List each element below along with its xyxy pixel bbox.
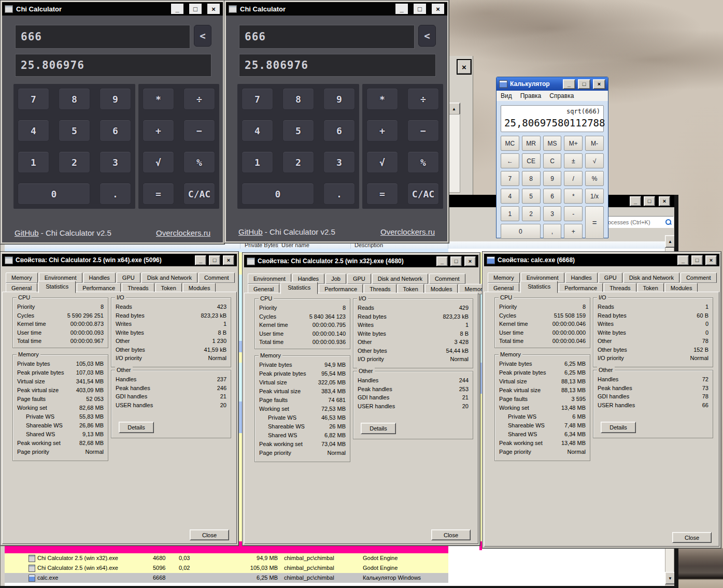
tab-gpu[interactable]: GPU [117, 273, 140, 283]
maximize-icon[interactable]: □ [413, 3, 427, 15]
overclockers-link[interactable]: Overclockers.ru [380, 227, 435, 236]
close-icon[interactable]: × [705, 255, 717, 265]
key-clear-all[interactable]: C/AC [183, 183, 215, 205]
minimize-icon[interactable]: _ [395, 3, 408, 15]
key-6[interactable]: 6 [323, 120, 355, 141]
tab-disk-and-network[interactable]: Disk and Network [623, 273, 679, 283]
tab-handles[interactable]: Handles [83, 273, 116, 283]
process-row[interactable]: calc.exe66686,25 MBchimbal_pc\chimbalКал… [4, 573, 448, 583]
maximize-icon[interactable]: □ [209, 255, 220, 265]
key-multiply[interactable]: * [564, 189, 583, 204]
search-box[interactable] [606, 216, 674, 228]
key-8[interactable]: 8 [522, 171, 541, 186]
properties-titlebar[interactable]: Свойства: Chi Calculator 2.5 (win x64).e… [2, 254, 237, 266]
key-add[interactable]: + [143, 120, 174, 141]
key-3[interactable]: 3 [323, 151, 355, 173]
key-7[interactable]: 7 [242, 88, 273, 110]
minimize-icon[interactable]: _ [171, 3, 184, 15]
key-percent[interactable]: % [585, 171, 604, 186]
key-clear[interactable]: C [543, 153, 562, 168]
close-button[interactable]: Close [672, 532, 712, 543]
tab-handles[interactable]: Handles [565, 273, 598, 283]
scroll-up-icon[interactable]: ▲ [665, 235, 675, 248]
minimize-icon[interactable]: _ [630, 196, 641, 206]
menu-view[interactable]: Вид [497, 92, 516, 99]
key-4[interactable]: 4 [501, 189, 519, 204]
close-icon[interactable]: × [593, 79, 605, 89]
key-memory-subtract[interactable]: M- [585, 136, 604, 151]
key-6[interactable]: 6 [100, 120, 131, 141]
key-5[interactable]: 5 [59, 120, 90, 141]
key-7[interactable]: 7 [501, 171, 519, 186]
calculator-input-field[interactable]: 666 [239, 25, 415, 49]
minimize-icon[interactable]: _ [563, 79, 575, 89]
calculator-input-field[interactable]: 666 [15, 25, 190, 49]
process-row[interactable]: Chi Calculator 2.5 (win x64).exe50960,02… [4, 563, 448, 573]
key-decimal[interactable]: . [100, 183, 131, 205]
menu-help[interactable]: Справка [545, 92, 578, 99]
tab-memory[interactable]: Memory [6, 273, 38, 283]
key-0[interactable]: 0 [242, 183, 314, 205]
key-multiply[interactable]: * [143, 88, 174, 110]
terminated-process-row[interactable] [4, 545, 448, 553]
key-sqrt[interactable]: √ [143, 151, 174, 173]
key-8[interactable]: 8 [282, 88, 314, 110]
key-subtract[interactable]: − [183, 120, 215, 141]
key-3[interactable]: 3 [100, 151, 131, 173]
key-clear-entry[interactable]: CE [522, 153, 541, 168]
key-2[interactable]: 2 [522, 206, 541, 221]
tab-statistics[interactable]: Statistics [38, 281, 76, 293]
key-subtract[interactable]: − [407, 120, 439, 141]
key-subtract[interactable]: - [564, 206, 583, 221]
scroll-up-icon[interactable]: ▲ [448, 103, 460, 115]
details-button[interactable]: Details [119, 422, 154, 433]
key-add[interactable]: + [366, 120, 398, 141]
key-memory-add[interactable]: M+ [564, 136, 583, 151]
close-button[interactable]: Close [431, 529, 471, 540]
github-link[interactable]: GitHub [238, 227, 263, 236]
key-decimal-comma[interactable]: , [543, 224, 562, 239]
key-1[interactable]: 1 [501, 206, 519, 221]
menu-edit[interactable]: Правка [516, 92, 546, 99]
key-multiply[interactable]: * [366, 88, 398, 110]
key-9[interactable]: 9 [100, 88, 131, 110]
close-icon[interactable]: × [457, 59, 472, 75]
close-icon[interactable]: × [464, 256, 476, 266]
close-icon[interactable]: × [207, 3, 220, 15]
key-1[interactable]: 1 [242, 151, 273, 173]
key-divide[interactable]: / [564, 171, 583, 186]
key-0[interactable]: 0 [18, 183, 90, 205]
key-equals[interactable]: = [143, 183, 174, 205]
chi-calculator-titlebar[interactable]: Chi Calculator _ □ × [2, 2, 223, 16]
details-button[interactable]: Details [601, 422, 636, 433]
tab-disk-and-network[interactable]: Disk and Network [372, 274, 428, 284]
minimize-icon[interactable]: _ [677, 255, 689, 265]
close-button[interactable]: Close [190, 529, 229, 540]
maximize-icon[interactable]: □ [450, 256, 462, 266]
maximize-icon[interactable]: □ [691, 255, 703, 265]
key-percent[interactable]: % [407, 151, 439, 173]
scrollbar-track[interactable] [448, 114, 460, 193]
key-sqrt[interactable]: √ [366, 151, 398, 173]
key-7[interactable]: 7 [18, 88, 49, 110]
tab-job[interactable]: Job [325, 274, 346, 284]
key-memory-recall[interactable]: MR [522, 136, 541, 151]
key-memory-clear[interactable]: MC [501, 136, 519, 151]
tab-statistics[interactable]: Statistics [280, 282, 318, 294]
key-memory-store[interactable]: MS [543, 136, 562, 151]
overclockers-link[interactable]: Overclockers.ru [156, 228, 210, 237]
key-add[interactable]: + [564, 224, 583, 239]
key-negate[interactable]: ± [564, 153, 583, 168]
calculator-titlebar[interactable]: Калькулятор _ □ × [497, 77, 608, 91]
close-icon[interactable]: × [659, 196, 670, 206]
key-5[interactable]: 5 [282, 120, 314, 141]
search-input[interactable] [607, 219, 665, 225]
key-backspace[interactable]: ← [501, 153, 519, 168]
key-5[interactable]: 5 [522, 189, 541, 204]
key-4[interactable]: 4 [18, 120, 49, 141]
key-9[interactable]: 9 [543, 171, 562, 186]
key-8[interactable]: 8 [59, 88, 90, 110]
minimize-icon[interactable]: _ [195, 255, 206, 265]
key-0[interactable]: 0 [501, 224, 541, 239]
close-icon[interactable]: × [431, 3, 445, 15]
